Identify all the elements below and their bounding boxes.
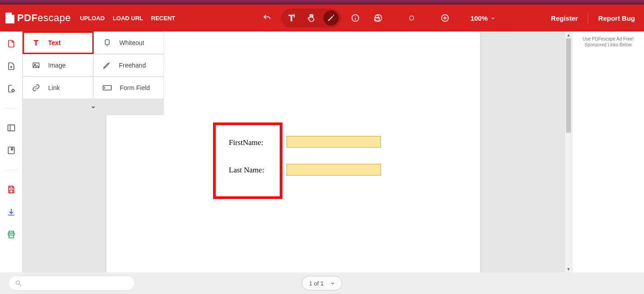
tool-label: Whiteout bbox=[119, 39, 144, 46]
menu-load-url[interactable]: LOAD URL bbox=[113, 15, 143, 22]
zoom-cluster: 100% bbox=[371, 10, 495, 26]
svg-point-26 bbox=[16, 281, 20, 285]
rail-bookmark-button[interactable] bbox=[6, 145, 16, 155]
svg-rect-17 bbox=[9, 186, 13, 188]
ad-line2: Sponsored Links Below bbox=[576, 42, 640, 48]
highlight-annotation bbox=[213, 122, 282, 199]
text-mode-button[interactable] bbox=[284, 10, 299, 26]
svg-point-3 bbox=[355, 16, 356, 17]
undo-icon bbox=[263, 14, 272, 23]
zoom-value: 100% bbox=[471, 14, 488, 22]
chevron-down-icon bbox=[330, 281, 335, 286]
tool-panel-collapse[interactable] bbox=[23, 99, 164, 115]
tool-text[interactable]: Text bbox=[23, 32, 94, 54]
page-plus-icon bbox=[7, 61, 16, 71]
insert-tool-panel: Text Whiteout Image Freehand bbox=[23, 32, 164, 115]
mode-pill bbox=[281, 9, 341, 27]
plus-circle-icon bbox=[440, 14, 449, 23]
rail-download-button[interactable] bbox=[6, 207, 16, 217]
text-cursor-icon bbox=[286, 13, 296, 23]
svg-rect-21 bbox=[105, 40, 109, 45]
rail-panels-button[interactable] bbox=[6, 123, 16, 133]
header-tool-cluster bbox=[259, 9, 385, 27]
scroll-down-arrow[interactable]: ▼ bbox=[565, 266, 572, 272]
scroll-up-arrow[interactable]: ▲ bbox=[565, 32, 572, 38]
window-top-strip bbox=[0, 0, 644, 5]
svg-point-7 bbox=[409, 16, 413, 20]
form-field-firstname[interactable] bbox=[286, 136, 381, 148]
footer-bar: 1 of 1 bbox=[0, 272, 644, 294]
whiteout-icon bbox=[103, 39, 111, 47]
tool-freehand[interactable]: Freehand bbox=[93, 54, 164, 77]
header-right-links: Register Report Bug bbox=[551, 12, 635, 24]
svg-rect-14 bbox=[8, 125, 14, 131]
rail-page-settings-button[interactable] bbox=[6, 84, 16, 94]
header-menu: UPLOAD LOAD URL RECENT bbox=[80, 15, 175, 22]
rail-divider bbox=[5, 108, 18, 109]
tool-link[interactable]: Link bbox=[23, 77, 93, 99]
rail-save-button[interactable] bbox=[6, 185, 16, 194]
tool-form-field[interactable]: Form Field bbox=[93, 77, 164, 99]
form-field-icon bbox=[103, 85, 112, 91]
tool-image[interactable]: Image bbox=[23, 54, 93, 77]
zoom-fit-button[interactable] bbox=[404, 10, 419, 26]
svg-rect-18 bbox=[9, 190, 13, 193]
freehand-icon bbox=[103, 61, 111, 69]
link-icon bbox=[32, 84, 40, 92]
rail-add-page-button[interactable] bbox=[6, 61, 16, 71]
minus-circle-icon bbox=[374, 14, 383, 23]
tool-label: Freehand bbox=[119, 62, 146, 69]
ad-sidebar: Use PDFescape Ad Free! Sponsored Links B… bbox=[572, 32, 644, 272]
search-icon bbox=[15, 280, 22, 287]
svg-line-27 bbox=[19, 284, 21, 286]
page-indicator: 1 of 1 bbox=[309, 280, 324, 287]
svg-rect-20 bbox=[9, 235, 14, 238]
tool-whiteout[interactable]: Whiteout bbox=[94, 32, 164, 54]
left-rail bbox=[0, 32, 23, 272]
scroll-thumb[interactable] bbox=[566, 38, 571, 133]
form-field-lastname[interactable] bbox=[286, 164, 381, 176]
download-icon bbox=[7, 208, 16, 217]
save-icon bbox=[7, 185, 16, 194]
rail-divider bbox=[5, 170, 18, 170]
undo-button[interactable] bbox=[259, 10, 275, 26]
zoom-dropdown[interactable]: 100% bbox=[471, 14, 495, 22]
info-icon bbox=[351, 14, 360, 23]
logo-text: PDFescape bbox=[17, 12, 71, 24]
tool-label: Text bbox=[48, 39, 61, 46]
page-selector[interactable]: 1 of 1 bbox=[302, 276, 342, 290]
divider bbox=[588, 12, 588, 24]
text-icon bbox=[32, 39, 40, 47]
hand-icon bbox=[307, 14, 316, 23]
chevron-down-icon bbox=[91, 104, 96, 110]
draw-mode-button[interactable] bbox=[323, 10, 339, 26]
register-link[interactable]: Register bbox=[551, 14, 578, 22]
app-logo[interactable]: PDFescape bbox=[5, 12, 71, 24]
page-gear-icon bbox=[7, 84, 16, 94]
report-bug-link[interactable]: Report Bug bbox=[598, 14, 635, 22]
pan-mode-button[interactable] bbox=[304, 10, 319, 26]
logo-icon bbox=[5, 13, 14, 23]
svg-point-13 bbox=[12, 90, 14, 92]
zoom-in-button[interactable] bbox=[437, 10, 453, 26]
menu-recent[interactable]: RECENT bbox=[151, 15, 175, 22]
image-icon bbox=[32, 61, 40, 69]
document-icon bbox=[7, 39, 16, 49]
label-lastname: Last Name: bbox=[229, 166, 264, 175]
panel-icon bbox=[7, 123, 16, 132]
vertical-scrollbar[interactable]: ▲ ▼ bbox=[565, 32, 572, 272]
rail-document-button[interactable] bbox=[6, 39, 16, 49]
pencil-icon bbox=[327, 14, 335, 22]
app-header: PDFescape UPLOAD LOAD URL RECENT bbox=[0, 5, 644, 32]
circle-icon bbox=[408, 14, 415, 22]
tool-label: Image bbox=[48, 62, 66, 69]
app-body: FirstName: Last Name: ▲ ▼ Text White bbox=[0, 32, 644, 272]
rail-print-button[interactable] bbox=[6, 230, 16, 240]
bookmark-icon bbox=[7, 146, 16, 155]
svg-rect-0 bbox=[294, 14, 295, 18]
search-input[interactable] bbox=[8, 276, 135, 291]
zoom-out-button[interactable] bbox=[371, 10, 386, 26]
menu-upload[interactable]: UPLOAD bbox=[80, 15, 104, 22]
info-button[interactable] bbox=[348, 10, 363, 26]
tool-label: Form Field bbox=[120, 84, 150, 91]
